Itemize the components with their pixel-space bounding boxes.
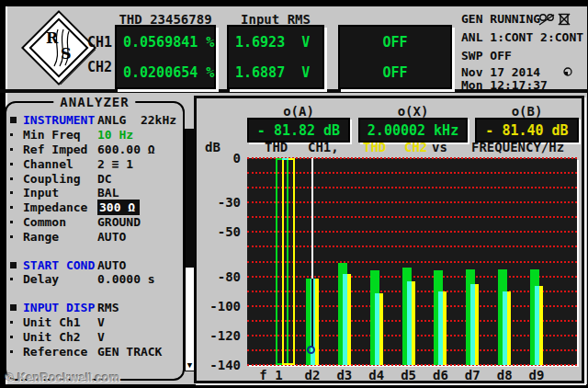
chart-panel: o(A) o(X) o(B) - 81.82 dB 2.00002 kHz - … (194, 96, 584, 383)
menu-item-coupling[interactable]: CouplingDC (10, 171, 181, 186)
bar-overlap (407, 281, 412, 365)
menu-item-value: V (97, 330, 105, 344)
menu-item-value: 2 ≡ 1 (97, 157, 133, 171)
item-bullet-icon (10, 177, 23, 180)
menu-item-label: Unit Ch2 (23, 330, 97, 344)
bar-overlap (438, 291, 443, 365)
menu-item-label: Ref Imped (23, 143, 97, 156)
y-tick-label: -100 (197, 299, 241, 314)
menu-item-ref-imped[interactable]: Ref Imped600.00 Ω (10, 143, 181, 157)
menu-item-range[interactable]: RangeAUTO (10, 229, 181, 244)
bar-overlap (375, 293, 379, 365)
input-rms-display: 1.6923 V 1.6887 V (227, 25, 324, 89)
menu-item-label: START COND (23, 258, 97, 272)
menu-item-label: Impedance (23, 200, 97, 214)
x-tick-label: d9 (520, 368, 553, 382)
item-bullet-icon (10, 321, 23, 324)
menu-item-reference[interactable]: ReferenceGEN TRACK (10, 344, 181, 359)
legend-thd2: THD (363, 140, 386, 154)
gen-status: GEN RUNNING (461, 12, 540, 26)
legend-thd1: THD (265, 140, 288, 154)
bar-overlap (535, 286, 539, 365)
x-tick-label: f 1 (254, 368, 288, 382)
legend-ch1: CH1, (308, 140, 339, 154)
x-axis-label: FREQUENCY/Hz (471, 140, 564, 154)
gridline (247, 245, 577, 247)
y-tick-label: -50 (197, 224, 241, 239)
cursor-tail (311, 279, 313, 348)
x-tick-label: d8 (488, 368, 521, 382)
cursor-b-readout: - 81.40 dB (475, 118, 579, 143)
aux-row-1: OFF (340, 34, 450, 51)
cursor-a-readout: - 81.82 dB (247, 118, 350, 143)
time-text: Mon 12:17:37 (461, 78, 548, 92)
menu-item-input[interactable]: InputBAL (10, 186, 181, 200)
fundamental-bar-ch2 (282, 158, 295, 365)
ch1-label: CH1 (87, 34, 112, 51)
menu-item-start-cond[interactable]: START CONDAUTO (10, 257, 181, 272)
y-tick-label: -30 (197, 195, 241, 210)
legend-ch2: CH2 (404, 140, 427, 154)
menu-item-channel[interactable]: Channel2 ≡ 1 (10, 156, 181, 171)
cursor-line[interactable] (311, 158, 313, 279)
ch2-label: CH2 (87, 59, 112, 75)
menu-item-unit-ch1[interactable]: Unit Ch1V (10, 315, 181, 330)
input-rms-ch2-value: 1.6887 V (229, 64, 322, 81)
item-bullet-icon (10, 163, 23, 165)
menu-item-label: Reference (23, 345, 97, 359)
item-bullet-icon (10, 336, 23, 338)
menu-item-value: GEN TRACK (97, 345, 162, 359)
menu-item-value: DC (97, 172, 112, 186)
cursor-a-label: o(A) (247, 104, 350, 119)
bar-overlap (470, 284, 475, 365)
x-tick-label: d2 (296, 368, 329, 382)
menu-item-common[interactable]: CommonGROUND (10, 215, 181, 230)
menu-item-value: BAL (97, 186, 119, 200)
item-bullet-icon (10, 235, 23, 238)
item-bullet-icon (10, 133, 23, 136)
menu-item-instrument[interactable]: INSTRUMENTANLG 22kHz (10, 113, 181, 128)
fundamental-bar-overlap (282, 158, 288, 160)
logo-diamond-inner: R S (28, 17, 88, 77)
menu-item-delay[interactable]: Delay0.0000 s (10, 272, 181, 287)
group-bullet-icon (10, 262, 23, 268)
group-bullet-icon (10, 304, 23, 311)
thd-ch1-value: 0.0569841 % (117, 34, 214, 51)
menu-item-label: Range (23, 230, 97, 244)
quarter-disc-icon (563, 67, 572, 76)
cursor-x-label: o(X) (358, 104, 468, 119)
gridline (247, 231, 577, 233)
logo-diamond: R S (21, 10, 96, 86)
item-bullet-icon (10, 221, 23, 223)
aux-row-2: OFF (340, 64, 450, 81)
menu-item-label: Input (23, 186, 97, 200)
swp-status: SWP OFF (461, 49, 512, 63)
logo-curves-icon (40, 29, 78, 67)
menu-panel-title: ANALYZER (53, 95, 135, 109)
analyzer-screen: R S CH1 CH2 THD 23456789 0.0569841 % 0.0… (0, 0, 588, 388)
gridline (247, 216, 577, 218)
item-bullet-icon (10, 206, 23, 209)
scrollbar-thumb[interactable] (186, 130, 194, 268)
analyzer-menu-panel: ANALYZER INSTRUMENTANLG 22kHzMin Freq10 … (5, 101, 185, 381)
menu-item-impedance[interactable]: Impedance300 Ω (10, 200, 181, 215)
legend-vs: vs (432, 140, 447, 154)
item-bullet-icon (10, 148, 23, 151)
cursor-marker-icon[interactable] (307, 346, 315, 354)
y-tick-label: 0 (197, 151, 241, 165)
gridline (247, 157, 577, 159)
menu-item-unit-ch2[interactable]: Unit Ch2V (10, 329, 181, 344)
scrollbar-down-arrow-icon[interactable]: ▼ (186, 359, 194, 371)
menu-item-min-freq[interactable]: Min Freq10 Hz (10, 128, 181, 143)
cursor-b-label: o(B) (475, 104, 579, 119)
gridline (247, 276, 577, 278)
bar-overlap (503, 291, 507, 365)
y-tick-label: -120 (197, 328, 241, 343)
menu-item-value: AUTO (97, 230, 126, 244)
x-tick-label: d7 (456, 368, 489, 382)
menu-item-input-disp[interactable]: INPUT DISPRMS (10, 301, 181, 315)
anl-status: ANL 1:CONT 2:CONT (461, 30, 583, 44)
input-rms-ch1-value: 1.6923 V (229, 34, 322, 51)
crossed-frame-icon (558, 13, 571, 26)
menu-item-label: Channel (23, 157, 97, 171)
